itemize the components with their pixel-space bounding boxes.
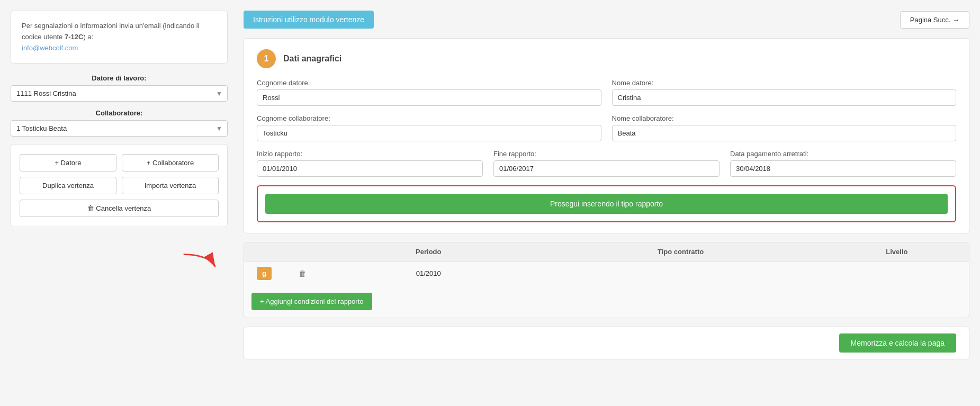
importa-button[interactable]: Importa vertenza — [122, 177, 219, 194]
inizio-rapporto-input[interactable] — [257, 160, 483, 177]
top-btn-grid: + Datore + Collaboratore — [20, 154, 219, 172]
arrow-icon — [180, 248, 222, 275]
collaboratore-label: Collaboratore: — [11, 109, 228, 117]
collaboratore-select[interactable]: 1 Tosticku Beata — [11, 120, 228, 137]
add-datore-button[interactable]: + Datore — [20, 154, 116, 172]
datore-select[interactable]: 1111 Rossi Cristina — [11, 85, 228, 102]
nome-datore-field: Nome datore: — [612, 79, 957, 106]
section-header: 1 Dati anagrafici — [257, 49, 956, 68]
table-row: g 🗑 01/2010 — [244, 261, 969, 286]
cognome-datore-input[interactable] — [257, 89, 601, 106]
table-header-row: Periodo Tipo contratto Livello — [244, 242, 969, 261]
datore-name-row: Cognome datore: Nome datore: — [257, 79, 956, 106]
contact-email[interactable]: info@webcolf.com — [22, 44, 78, 52]
aggiungi-button[interactable]: + Aggiungi condizioni del rapporto — [251, 293, 372, 310]
date-row: Inizio rapporto: Fine rapporto: Data pag… — [257, 150, 956, 177]
row-delete-cell: 🗑 — [284, 261, 320, 286]
data-pagamento-input[interactable] — [730, 160, 956, 177]
arrow-decoration — [11, 248, 228, 275]
data-pagamento-field: Data pagamento arretrati: — [730, 150, 956, 177]
col-header-periodo: Periodo — [320, 242, 536, 261]
memorizza-button[interactable]: Memorizza e calcola la paga — [839, 333, 956, 353]
collab-name-row: Cognome collaboratore: Nome collaborator… — [257, 114, 956, 141]
duplica-button[interactable]: Duplica vertenza — [20, 177, 116, 194]
mid-btn-grid: Duplica vertenza Importa vertenza — [20, 177, 219, 194]
cognome-datore-field: Cognome datore: — [257, 79, 601, 106]
top-bar: Istruzioni utilizzo modulo vertenze Pagi… — [244, 11, 969, 29]
nome-collab-field: Nome collaboratore: — [612, 114, 957, 141]
cognome-collab-label: Cognome collaboratore: — [257, 114, 601, 122]
pagina-succ-button[interactable]: Pagina Succ. → — [900, 11, 969, 29]
collaboratore-select-wrapper: 1 Tosticku Beata ▼ — [11, 120, 228, 137]
cognome-collab-field: Cognome collaboratore: — [257, 114, 601, 141]
data-pagamento-label: Data pagamento arretrati: — [730, 150, 956, 158]
cognome-datore-label: Cognome datore: — [257, 79, 601, 87]
conditions-table-card: Periodo Tipo contratto Livello g 🗑 01/20… — [244, 242, 969, 318]
datore-label: Datore di lavoro: — [11, 74, 228, 82]
cognome-collab-input[interactable] — [257, 125, 601, 141]
row-livello-cell — [825, 261, 969, 286]
nome-collab-input[interactable] — [612, 125, 957, 141]
add-collaboratore-button[interactable]: + Collaboratore — [122, 154, 219, 172]
prosegui-button[interactable]: Prosegui inserendo il tipo rapporto — [265, 194, 948, 214]
sidebar: Per segnalazioni o informazioni invia un… — [0, 0, 238, 406]
nome-collab-label: Nome collaboratore: — [612, 114, 957, 122]
inizio-rapporto-label: Inizio rapporto: — [257, 150, 483, 158]
info-box: Per segnalazioni o informazioni invia un… — [11, 11, 228, 64]
main-content: Istruzioni utilizzo modulo vertenze Pagi… — [238, 0, 980, 406]
row-edit-cell: g — [244, 261, 284, 286]
col-header-tipo: Tipo contratto — [536, 242, 824, 261]
col-header-action2 — [284, 242, 320, 261]
collaboratore-section: Collaboratore: 1 Tosticku Beata ▼ — [11, 109, 228, 137]
inizio-rapporto-field: Inizio rapporto: — [257, 150, 483, 177]
row-periodo-cell: 01/2010 — [320, 261, 536, 286]
cancella-button[interactable]: 🗑 Cancella vertenza — [20, 200, 219, 217]
nome-datore-input[interactable] — [612, 89, 957, 106]
nome-datore-label: Nome datore: — [612, 79, 957, 87]
fine-rapporto-label: Fine rapporto: — [493, 150, 720, 158]
row-tipo-cell — [536, 261, 824, 286]
prosegui-highlight-box: Prosegui inserendo il tipo rapporto — [257, 185, 956, 222]
user-code: 7-12C — [65, 33, 83, 41]
istruzioni-button[interactable]: Istruzioni utilizzo modulo vertenze — [244, 11, 374, 29]
col-header-livello: Livello — [825, 242, 969, 261]
action-buttons-box: + Datore + Collaboratore Duplica vertenz… — [11, 144, 228, 227]
info-text: Per segnalazioni o informazioni invia un… — [22, 22, 200, 41]
section-title: Dati anagrafici — [283, 54, 341, 64]
datore-select-wrapper: 1111 Rossi Cristina ▼ — [11, 85, 228, 102]
dati-anagrafici-card: 1 Dati anagrafici Cognome datore: Nome d… — [244, 38, 969, 233]
fine-rapporto-input[interactable] — [493, 160, 720, 177]
step-badge: 1 — [257, 49, 276, 68]
delete-row-button[interactable]: 🗑 — [299, 269, 307, 278]
col-header-action1 — [244, 242, 284, 261]
conditions-table: Periodo Tipo contratto Livello g 🗑 01/20… — [244, 242, 969, 285]
datore-section: Datore di lavoro: 1111 Rossi Cristina ▼ — [11, 74, 228, 102]
bottom-bar: Memorizza e calcola la paga — [244, 327, 969, 359]
edit-row-button[interactable]: g — [257, 267, 272, 280]
add-button-area: + Aggiungi condizioni del rapporto — [244, 285, 969, 318]
fine-rapporto-field: Fine rapporto: — [493, 150, 720, 177]
